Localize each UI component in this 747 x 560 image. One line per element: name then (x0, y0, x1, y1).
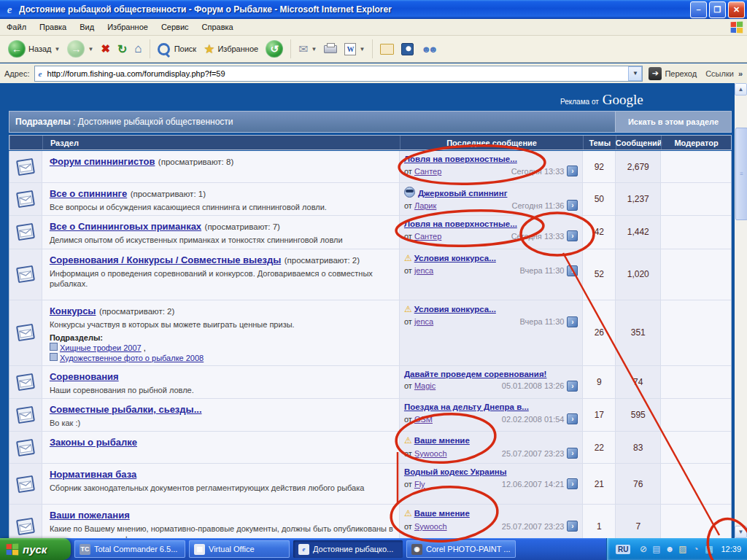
last-post-title-link[interactable]: Поездка на дельту Днепра в... (404, 402, 529, 411)
subforum-link[interactable]: Художественное фото о рыбалке 2008 (60, 354, 204, 362)
forward-dropdown-icon[interactable]: ▼ (88, 46, 93, 52)
stop-button[interactable]: ✖ (97, 40, 114, 58)
last-post-author-link[interactable]: jenca (414, 317, 433, 326)
vertical-scrollbar[interactable]: ▲ ≡ ▼ (735, 83, 747, 538)
goto-last-post-icon[interactable]: › (567, 166, 578, 176)
favorites-button[interactable]: ★ Избранное (200, 39, 262, 59)
mail-button[interactable]: ✉ ▼ (295, 40, 320, 58)
edit-button[interactable]: W ▼ (341, 41, 368, 58)
last-post-title-link[interactable]: Водный кодекс Украины (404, 467, 507, 476)
last-post-title-link[interactable]: Ваше мнение (414, 436, 470, 445)
goto-last-post-icon[interactable]: › (567, 265, 578, 276)
menu-view[interactable]: Вид (73, 20, 101, 34)
scroll-up-icon[interactable]: ▲ (735, 83, 747, 96)
last-post-author-link[interactable]: Fly (414, 480, 425, 489)
research-button[interactable] (398, 41, 417, 58)
tray-users-blocked-icon[interactable]: ☻ (664, 544, 675, 555)
history-button[interactable]: ↺ (262, 38, 287, 60)
menu-edit[interactable]: Правка (33, 20, 73, 34)
forum-section-link[interactable]: Все о Спиннинговых приманках (50, 221, 201, 232)
taskbar-task-button[interactable]: ◉Corel PHOTO-PAINT ... (406, 540, 516, 558)
back-dropdown-icon[interactable]: ▼ (55, 46, 61, 52)
scroll-down-icon[interactable]: ▼ (735, 526, 747, 538)
forum-section-link[interactable]: Соревнования / Конкурсы / Совместные вые… (50, 254, 281, 265)
tray-language-3d-icon[interactable]: ▦ (703, 544, 714, 555)
last-post-title-link[interactable]: Условия конкурса... (414, 254, 496, 262)
goto-last-post-icon[interactable]: › (567, 230, 578, 241)
last-post-author-link[interactable]: Ларик (414, 201, 436, 210)
edit-dropdown-icon[interactable]: ▼ (359, 46, 365, 52)
links-button[interactable]: Ссылки » (705, 69, 743, 78)
last-post-title-link[interactable]: Давайте проведем соревнования! (404, 370, 547, 378)
forum-section-link[interactable]: Совместные рыбалки, сьезды... (50, 404, 202, 415)
goto-last-post-icon[interactable]: › (567, 316, 578, 327)
last-post-author-link[interactable]: GSM (414, 415, 433, 424)
tray-help-icon[interactable]: ◔ (690, 544, 701, 555)
last-post-author-link[interactable]: Сантер (414, 232, 441, 241)
last-post-author-link[interactable]: Sywooch (414, 449, 447, 458)
menu-file[interactable]: Файл (0, 20, 33, 34)
last-post-title-link[interactable]: Джерковый спиннинг (418, 189, 508, 198)
print-button[interactable] (320, 43, 341, 55)
last-post-title-link[interactable]: Условия конкурса... (414, 305, 496, 314)
refresh-button[interactable]: ↻ (114, 40, 131, 58)
taskbar-task-active[interactable]: eДостояние рыбацко... (293, 540, 403, 558)
search-in-section-button[interactable]: Искать в этом разделе (615, 112, 731, 132)
start-button[interactable]: пуск (0, 538, 71, 560)
stop-icon: ✖ (101, 42, 110, 55)
search-button[interactable]: Поиск (154, 41, 200, 58)
goto-last-post-icon[interactable]: › (567, 381, 578, 392)
forum-section-link[interactable]: Соревнования (50, 371, 119, 382)
tray-blocked-icon[interactable]: ⊘ (638, 544, 649, 555)
forum-status-icon (15, 516, 36, 537)
minimize-button[interactable]: – (690, 1, 707, 18)
address-input[interactable] (46, 67, 629, 80)
task-buttons: TCTotal Commander 6.5...▤Virtual Officee… (71, 540, 516, 558)
taskbar-clock[interactable]: 12:39 (721, 545, 741, 553)
scrollbar-thumb[interactable]: ≡ (735, 128, 747, 220)
last-post-author-link[interactable]: Magic (414, 381, 436, 390)
goto-last-post-icon[interactable]: › (567, 200, 578, 211)
mail-dropdown-icon[interactable]: ▼ (311, 46, 317, 52)
moderator-cell (661, 249, 731, 300)
google-ad-line[interactable]: Реклама от Google (560, 92, 643, 108)
language-indicator[interactable]: RU (616, 545, 630, 554)
taskbar-task-button[interactable]: TCTotal Commander 6.5... (74, 540, 185, 558)
go-button[interactable]: ➔ Переход (649, 67, 697, 80)
forum-section-link[interactable]: Все о спиннинге (50, 188, 127, 199)
forum-section-link[interactable]: Ваши пожелания (50, 510, 130, 521)
restore-button[interactable]: ❐ (709, 1, 726, 18)
last-post-cell: ⚠Условия конкурса...от jencaВчера 11:30› (400, 300, 584, 366)
close-button[interactable]: ✕ (728, 1, 745, 18)
address-dropdown-icon[interactable]: ▼ (628, 66, 642, 81)
last-post-title-link[interactable]: Ваше мнение (414, 509, 470, 518)
tray-network-icon[interactable]: ▤ (651, 544, 662, 555)
forward-button[interactable]: → ▼ (63, 38, 97, 60)
goto-last-post-icon[interactable]: › (567, 521, 578, 532)
last-post-title-link[interactable]: Ловля на поверхностные... (404, 219, 517, 228)
forum-section-link[interactable]: Конкурсы (50, 306, 96, 316)
last-post-author-link[interactable]: jenca (414, 266, 433, 275)
subforum-link[interactable]: Хищные трофеи 2007 (60, 343, 142, 352)
last-post-author-link[interactable]: Сантер (414, 167, 441, 176)
menu-favorites[interactable]: Избранное (101, 20, 155, 34)
last-post-author-link[interactable]: Sywooch (414, 522, 447, 531)
folders-button[interactable] (376, 42, 398, 57)
forum-section-link[interactable]: Форум спиннингистов (50, 156, 155, 167)
taskbar-task-button[interactable]: ▤Virtual Office (189, 540, 290, 558)
back-button[interactable]: ← Назад ▼ (4, 38, 63, 60)
forum-section-link[interactable]: Нормативная база (50, 469, 136, 480)
home-button[interactable]: ⌂ (131, 39, 145, 58)
messenger-button[interactable]: ☻☻ (417, 42, 441, 57)
last-post-meta-line: от jencaВчера 11:30› (404, 265, 578, 276)
goto-last-post-icon[interactable]: › (567, 478, 578, 489)
goto-last-post-icon[interactable]: › (567, 448, 578, 459)
print-icon (324, 45, 337, 53)
goto-last-post-icon[interactable]: › (567, 413, 578, 424)
last-post-title-link[interactable]: Ловля на поверхностные... (404, 155, 517, 163)
forum-section-link[interactable]: Законы о рыбалке (50, 437, 137, 448)
menu-help[interactable]: Справка (196, 20, 240, 34)
tray-device-icon[interactable]: ▨ (677, 544, 688, 555)
address-field[interactable]: e ▼ (34, 66, 643, 82)
menu-tools[interactable]: Сервис (155, 20, 196, 34)
